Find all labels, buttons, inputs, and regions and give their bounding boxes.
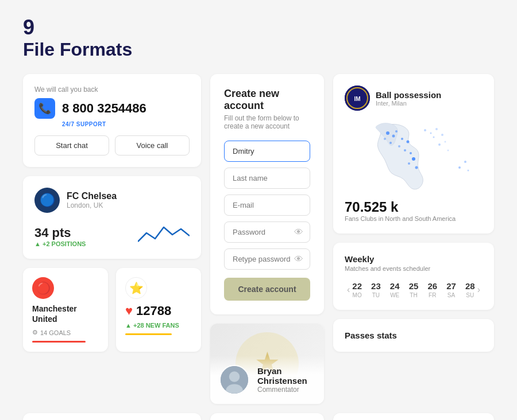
- support-badge: 24/7 SUPPORT: [62, 121, 190, 127]
- day-number: 25: [409, 281, 419, 291]
- commentator-name: Bryan Christensen: [257, 366, 315, 386]
- phone-number: 8 800 3254486: [62, 101, 146, 116]
- chelsea-location: London, UK: [67, 201, 117, 209]
- svg-point-25: [441, 134, 443, 136]
- form-subtitle: Fill out the form below to create a new …: [224, 114, 310, 130]
- svg-point-3: [229, 371, 240, 382]
- center-bottom-placeholder: [210, 413, 324, 420]
- svg-point-11: [401, 138, 403, 140]
- day-name: WE: [390, 292, 399, 298]
- page-title: File Formats: [23, 39, 494, 60]
- svg-point-26: [445, 141, 446, 143]
- create-account-card: Create new account Fill out the form bel…: [210, 74, 324, 314]
- day-name: TH: [410, 292, 417, 298]
- ball-possession-title: Ball possession: [376, 90, 441, 100]
- fans-bar: [125, 333, 172, 335]
- passes-stats-card: Passes stats: [333, 319, 494, 352]
- email-input[interactable]: [224, 195, 310, 216]
- day-number: 23: [371, 281, 381, 291]
- arrow-up-fans-icon: ▲: [125, 322, 132, 329]
- day-name: FR: [429, 292, 436, 298]
- chelsea-logo: 🔵: [34, 188, 60, 213]
- svg-point-24: [433, 137, 435, 138]
- svg-point-21: [424, 129, 426, 131]
- first-name-input[interactable]: [224, 141, 310, 162]
- fc-chelsea-card: 🔵 FC Chelsea London, UK 34 pts ▲ +2 POSI…: [23, 176, 201, 259]
- day-name: SU: [466, 292, 474, 298]
- man-utd-name: Manchester United: [32, 304, 99, 324]
- call-back-label: We will call you back: [34, 85, 190, 94]
- calendar-prev-arrow[interactable]: ‹: [345, 285, 352, 295]
- commentator-content: Bryan Christensen Commentator: [210, 356, 324, 404]
- calendar-day[interactable]: 27 SA: [446, 281, 456, 298]
- chelsea-positions: ▲ +2 POSITIONS: [34, 240, 86, 247]
- calendar-day[interactable]: 23 TU: [371, 281, 381, 298]
- ball-possession-card: IM Ball possession Inter, Milan: [333, 74, 494, 234]
- fans-count-card: ⭐ ♥ 12788 ▲ +28 NEW FANS: [116, 268, 201, 352]
- calendar-day[interactable]: 25 TH: [409, 281, 419, 298]
- svg-point-15: [412, 157, 415, 161]
- calendar-day[interactable]: 26 FR: [427, 281, 437, 298]
- goals-label: ⚙ 14 GOALS: [32, 329, 99, 336]
- day-number: 26: [427, 281, 437, 291]
- last-name-input[interactable]: [224, 168, 310, 189]
- svg-point-12: [407, 141, 410, 143]
- svg-point-19: [389, 142, 392, 144]
- svg-point-17: [415, 166, 418, 169]
- fans-count-value: ♥ 12788: [125, 304, 192, 318]
- retype-eye-icon[interactable]: 👁: [294, 254, 303, 265]
- voice-call-button[interactable]: Voice call: [115, 135, 190, 155]
- chelsea-name: FC Chelsea: [67, 191, 117, 201]
- day-number: 27: [446, 281, 456, 291]
- ball-possession-subtitle: Inter, Milan: [376, 100, 441, 107]
- heart-icon: ♥: [125, 304, 133, 318]
- weekly-card: Weekly Matches and events scheduler ‹ 22…: [333, 243, 494, 310]
- call-back-card: We will call you back 📞 8 800 3254486 24…: [23, 74, 201, 167]
- calendar-day[interactable]: 28 SU: [465, 281, 475, 298]
- goals-bar: [32, 341, 86, 343]
- day-name: MO: [353, 292, 362, 298]
- svg-point-20: [398, 145, 400, 147]
- svg-point-13: [404, 149, 406, 151]
- svg-point-31: [468, 170, 469, 172]
- chelsea-pts: 34 pts: [34, 225, 86, 240]
- new-fans-label: ▲ +28 NEW FANS: [125, 322, 192, 329]
- chelsea-chart: [138, 219, 190, 247]
- svg-point-27: [438, 143, 441, 146]
- man-utd-logo: 🔴: [32, 277, 54, 299]
- right-bottom-placeholder: [333, 413, 494, 420]
- possession-map: [345, 119, 483, 193]
- svg-point-30: [464, 161, 466, 163]
- weekly-subtitle: Matches and events scheduler: [345, 265, 483, 272]
- calendar-day[interactable]: 24 WE: [390, 281, 400, 298]
- calendar-days: 22 MO 23 TU 24 WE 25 TH 26 FR 27 SA 28 S…: [352, 281, 474, 298]
- svg-text:IM: IM: [354, 96, 360, 102]
- inter-logo: IM: [345, 85, 370, 111]
- day-number: 22: [352, 281, 362, 291]
- svg-point-29: [458, 166, 461, 169]
- calendar-next-arrow[interactable]: ›: [475, 285, 483, 295]
- password-eye-icon[interactable]: 👁: [294, 227, 303, 238]
- real-madrid-card: ★ Bryan Christensen Commentator: [210, 324, 324, 404]
- page-number: 9: [23, 17, 494, 38]
- fans-clubs-count: 70.525 k: [345, 199, 483, 215]
- start-chat-button[interactable]: Start chat: [34, 135, 109, 155]
- create-account-button[interactable]: Create account: [224, 278, 310, 301]
- svg-point-10: [395, 130, 398, 133]
- svg-point-14: [410, 152, 412, 154]
- retype-password-wrap: 👁: [224, 248, 310, 270]
- phone-icon: 📞: [34, 98, 55, 119]
- svg-point-9: [392, 135, 395, 138]
- svg-point-18: [384, 138, 386, 140]
- manchester-united-card: 🔴 Manchester United ⚙ 14 GOALS: [23, 268, 108, 352]
- form-title: Create new account: [224, 88, 310, 112]
- day-number: 24: [390, 281, 400, 291]
- weekly-title: Weekly: [345, 254, 483, 264]
- real-madrid-small-logo: ⭐: [125, 277, 147, 299]
- svg-point-16: [408, 162, 410, 165]
- svg-point-28: [447, 150, 449, 151]
- day-number: 28: [465, 281, 475, 291]
- commentator-avatar: [219, 365, 249, 395]
- calendar-day[interactable]: 22 MO: [352, 281, 362, 298]
- svg-point-8: [386, 131, 389, 135]
